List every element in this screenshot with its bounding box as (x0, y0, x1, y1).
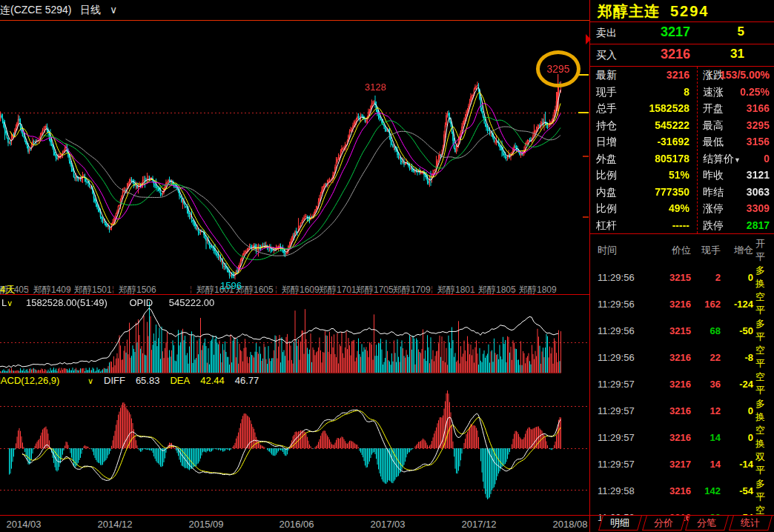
tape-chg: 0 (721, 432, 753, 443)
tape-vol: 22 (691, 352, 721, 363)
contract-separator: ¦ (512, 285, 515, 293)
contract-label[interactable]: 郑醇1409 (33, 284, 71, 294)
tape-header: 时间 (590, 244, 657, 257)
high-price-circle-annotation: 3295 (536, 50, 580, 87)
period-selector[interactable]: 日线 (80, 4, 101, 17)
quote-row: 现手8速涨0.25% (590, 84, 774, 101)
tape-vol: 142 (691, 485, 721, 496)
macd-value: 42.44 (200, 375, 225, 386)
chevron-down-icon[interactable]: ∨ (110, 4, 117, 16)
axis-tick (583, 156, 589, 157)
macd-chart[interactable] (0, 387, 589, 515)
tape-row[interactable]: 11:29:573216140空换 (590, 424, 774, 450)
tape-price: 3215 (657, 272, 691, 283)
tab-label: 分笔 (697, 516, 716, 530)
tape-price: 3216 (657, 352, 691, 363)
tape-vol: 14 (691, 432, 721, 443)
chevron-down-icon[interactable]: ∨ (7, 299, 13, 307)
tape-row[interactable]: 11:29:56321568-50多平 (590, 317, 774, 344)
tab-分价[interactable]: 分价 (642, 516, 685, 531)
tab-明细[interactable]: 明细 (598, 516, 641, 531)
panel-tabs: 明细分价分笔统计 (590, 515, 774, 532)
tape-price: 3216 (657, 299, 691, 310)
ask-row[interactable]: 卖出 3217 5 (590, 22, 774, 44)
vol-value: 1582528.00(51:49) (26, 297, 108, 308)
tape-flag: 多换 (753, 397, 774, 424)
contract-separator: ¦ (386, 285, 388, 293)
chart-title-bar: 主连(CZCE 5294) 日线 ∨ (0, 0, 589, 20)
contract-label[interactable]: 郑醇1506 (119, 284, 156, 294)
tape-chg: 0 (721, 405, 753, 416)
tape-chg: -54 (721, 485, 753, 496)
ask-qty: 5 (694, 24, 744, 39)
bid-label: 买入 (596, 49, 617, 62)
macd-value: DEA (170, 375, 190, 386)
tape-time: 11:29:56 (590, 352, 657, 363)
axis-tick-high (578, 74, 589, 76)
days-annotation: 54天 (0, 283, 15, 296)
contract-label[interactable]: 郑醇1805 (478, 284, 516, 294)
tab-统计[interactable]: 统计 (729, 516, 772, 531)
quote-value: 777350 (629, 186, 689, 198)
tape-header-row: 时间价位现手增仓开平 (590, 237, 774, 264)
tape-chg: -50 (721, 325, 753, 336)
tape-price: 3216 (657, 485, 691, 496)
quote-value: 153/5.00% (707, 69, 770, 81)
contract-label[interactable]: 郑醇1809 (519, 284, 557, 294)
bid-price: 3216 (620, 47, 690, 62)
quote-label: 比例 (596, 169, 617, 182)
x-axis-label: 2014/03 (7, 519, 42, 530)
quote-grid: 最新3216涨跌153/5.00%现手8速涨0.25%总手1582528开盘31… (590, 67, 774, 233)
low-price-annotation: 1596 (220, 280, 242, 291)
contract-labels-row: 郑醇1405¦郑醇1409¦郑醇1501¦郑醇1506¦郑醇1601¦郑醇160… (0, 284, 589, 294)
contract-separator: ¦ (67, 285, 70, 293)
peak-price-annotation: 3128 (365, 82, 386, 93)
quote-value: 545222 (629, 119, 689, 131)
tape-row[interactable]: 11:29:57321714-14双平 (590, 450, 774, 477)
tape-row[interactable]: 11:29:57321636-24空平 (590, 370, 774, 397)
quote-value: 49% (629, 202, 689, 214)
tape-vol: 14 (691, 459, 721, 470)
tape-row[interactable]: 11:29:563216162-124空平 (590, 290, 774, 317)
quote-row: 比例51%昨收3121 (590, 167, 774, 184)
tab-分笔[interactable]: 分笔 (685, 516, 728, 531)
quote-value: 2817 (707, 219, 770, 231)
quote-value: 8 (629, 86, 689, 98)
tape-time: 11:29:57 (590, 459, 657, 470)
quote-value: 3295 (707, 119, 770, 131)
macd-label[interactable]: MACD(12,26,9) (0, 375, 59, 386)
x-axis-label: 2016/06 (280, 519, 314, 530)
contract-separator: ¦ (112, 285, 114, 293)
tape-time: 11:29:58 (590, 485, 657, 496)
tape-vol: 36 (691, 379, 721, 390)
tape-row[interactable]: 11:29:56321520多换 (590, 264, 774, 290)
tape-price: 3216 (657, 432, 691, 443)
axis-tick (583, 216, 589, 218)
quote-row: 外盘805178结算价▼0 (590, 150, 774, 167)
quote-value: 3063 (707, 186, 770, 198)
quote-label: 杠杆 (596, 219, 617, 233)
axis-tick-price (578, 112, 589, 113)
main-candle-chart[interactable] (0, 21, 589, 284)
quote-value: 3309 (707, 202, 770, 214)
tape-vol: 68 (691, 325, 721, 336)
tape-chg: -124 (721, 299, 753, 310)
quote-row: 内盘777350昨结3063 (590, 184, 774, 201)
bid-row[interactable]: 买入 3216 31 (590, 44, 774, 66)
tape-time: 11:29:56 (590, 299, 657, 310)
quote-row: 杠杆-----跌停2817 (590, 217, 774, 234)
chevron-down-icon[interactable]: ∨ (87, 376, 93, 386)
quote-value: ----- (629, 219, 689, 231)
tape-price: 3216 (657, 379, 691, 390)
tape-row[interactable]: 11:29:56321622-8空平 (590, 344, 774, 370)
tape-chg: -14 (721, 459, 753, 470)
contract-label[interactable]: 郑醇1709 (393, 284, 431, 294)
tape-vol: 2 (691, 272, 721, 283)
contract-label[interactable]: 郑醇1801 (437, 284, 475, 294)
contract-label[interactable]: 郑醇1501 (74, 284, 112, 294)
opid-label: OPID (129, 297, 153, 308)
panel-pointer-icon (586, 34, 591, 44)
contract-separator: ¦ (190, 285, 192, 293)
tape-row[interactable]: 11:29:583216142-54多平 (590, 477, 774, 504)
tape-row[interactable]: 11:29:573216120多换 (590, 397, 774, 424)
